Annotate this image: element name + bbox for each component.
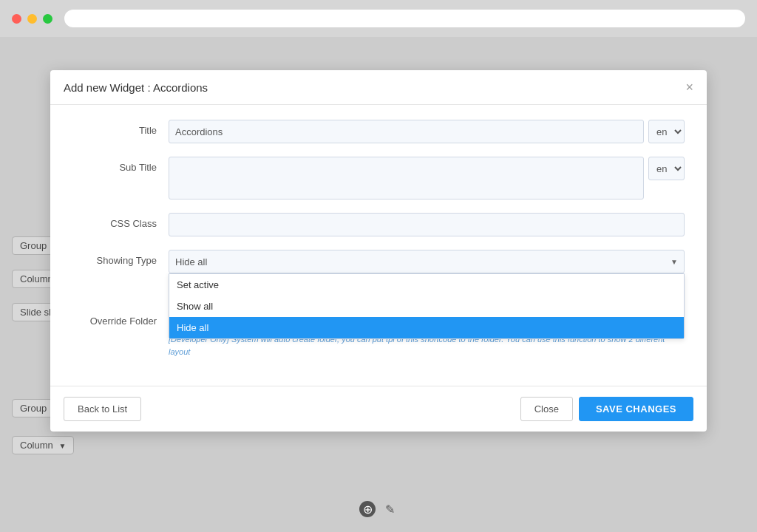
title-controls: en: [169, 120, 685, 143]
subtitle-controls: en: [169, 157, 685, 200]
browser-chrome: [0, 0, 757, 37]
dropdown-item-hide-all[interactable]: Hide all: [169, 317, 684, 338]
title-label: Title: [72, 120, 169, 136]
modal-close-button[interactable]: ×: [685, 81, 693, 94]
modal-footer: Back to List Close SAVE CHANGES: [50, 386, 707, 432]
override-folder-label: Override Folder: [72, 310, 169, 327]
subtitle-lang-select[interactable]: en: [648, 157, 685, 180]
save-changes-button[interactable]: SAVE CHANGES: [579, 397, 693, 421]
showing-type-row: Showing Type Hide all ▼ Set active Show …: [72, 250, 685, 273]
browser-dot-yellow[interactable]: [27, 14, 37, 24]
footer-right-actions: Close SAVE CHANGES: [520, 397, 693, 421]
subtitle-label: Sub Title: [72, 157, 169, 173]
dropdown-item-show-all[interactable]: Show all: [169, 296, 684, 317]
css-class-controls: [169, 213, 685, 236]
browser-address-bar[interactable]: [64, 10, 745, 27]
browser-dot-red[interactable]: [12, 14, 21, 24]
dropdown-arrow-icon: ▼: [671, 258, 678, 266]
dropdown-selected-value[interactable]: Hide all ▼: [169, 250, 685, 273]
back-to-list-button[interactable]: Back to List: [64, 397, 141, 421]
modal-dialog: Add new Widget : Accordions × Title en S…: [50, 70, 707, 432]
showing-type-dropdown[interactable]: Hide all ▼ Set active Show all Hide all: [169, 250, 685, 273]
showing-type-label: Showing Type: [72, 250, 169, 266]
title-row: Title en: [72, 120, 685, 143]
close-button[interactable]: Close: [520, 397, 573, 421]
browser-dot-green[interactable]: [43, 14, 52, 24]
css-class-label: CSS Class: [72, 213, 169, 229]
css-class-input[interactable]: [169, 213, 685, 236]
subtitle-input[interactable]: [169, 157, 644, 200]
modal-body: Title en Sub Title en: [50, 105, 707, 386]
css-class-row: CSS Class: [72, 213, 685, 236]
pencil-icon[interactable]: ✎: [381, 501, 398, 517]
title-lang-select[interactable]: en: [648, 120, 685, 143]
plus-icon[interactable]: ⊕: [359, 501, 376, 517]
subtitle-row: Sub Title en: [72, 157, 685, 200]
bottom-icons: ⊕ ✎: [359, 501, 398, 517]
modal-title: Add new Widget : Accordions: [64, 81, 208, 94]
title-input[interactable]: [169, 120, 644, 143]
modal-header: Add new Widget : Accordions ×: [50, 70, 707, 105]
dropdown-menu: Set active Show all Hide all: [169, 273, 685, 339]
dropdown-item-set-active[interactable]: Set active: [169, 274, 684, 296]
page-background: Group ▼ Column Slide sho Group ▼ Column …: [0, 37, 757, 532]
